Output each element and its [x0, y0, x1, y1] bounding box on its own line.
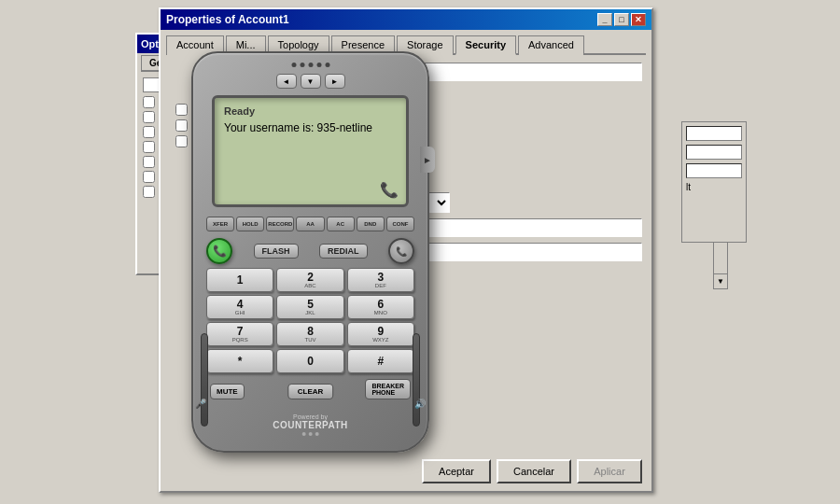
dot-3 — [308, 63, 313, 67]
phone-nav: ◄ ▼ ► — [276, 74, 345, 89]
checkbox-1[interactable] — [175, 104, 188, 116]
dot-1 — [291, 63, 296, 67]
checkbox-3[interactable] — [175, 135, 188, 147]
close-button[interactable]: ✕ — [631, 13, 646, 26]
options-check-7[interactable] — [143, 186, 155, 198]
func-dnd[interactable]: DND — [357, 217, 385, 231]
checkbox-2[interactable] — [175, 119, 188, 132]
speaker-icon: 🔊 — [414, 399, 426, 409]
digit-8[interactable]: 8 TUV — [276, 322, 343, 346]
redial-button[interactable]: REDIAL — [319, 244, 368, 259]
screen-message: Your username is: 935-netline — [224, 120, 397, 136]
options-check-2[interactable] — [143, 111, 155, 123]
brand-dot-3 — [315, 432, 319, 436]
func-ac[interactable]: AC — [327, 217, 355, 231]
mic-icon: 🎤 — [195, 399, 206, 409]
options-check-1[interactable] — [143, 96, 155, 108]
func-buttons-row: XFER HOLD RECORD AA AC DND CONF — [206, 217, 414, 231]
digit-9[interactable]: 9 WXYZ — [347, 322, 414, 346]
digit-star[interactable]: * — [206, 349, 273, 373]
right-input-3[interactable] — [686, 163, 742, 178]
dialog-buttons: Aceptar Cancelar Aplicar — [422, 459, 642, 483]
call-button-right[interactable]: 📞 — [388, 238, 414, 264]
digit-hash[interactable]: # — [347, 349, 414, 373]
digit-2[interactable]: 2 ABC — [276, 268, 343, 292]
digit-5[interactable]: 5 JKL — [276, 295, 343, 319]
options-check-4[interactable] — [143, 141, 155, 153]
digit-1[interactable]: 1 — [206, 268, 273, 292]
volume-slider-right[interactable] — [413, 333, 420, 427]
tab-security[interactable]: Security — [455, 35, 516, 55]
right-input-2[interactable] — [686, 145, 742, 160]
brand-dot-2 — [309, 432, 313, 436]
titlebar-buttons: _ □ ✕ — [597, 13, 646, 26]
phone-screen: Ready Your username is: 935-netline 📞 — [212, 95, 409, 207]
nav-down-btn[interactable]: ▼ — [301, 74, 321, 89]
digit-3[interactable]: 3 DEF — [347, 268, 414, 292]
scroll-down-btn[interactable]: ▼ — [714, 273, 727, 288]
func-hold[interactable]: HOLD — [236, 217, 264, 231]
maximize-button[interactable]: □ — [614, 13, 629, 26]
nav-left-btn[interactable]: ◄ — [276, 74, 297, 89]
clear-button[interactable]: CLEAR — [287, 384, 334, 399]
apply-button[interactable]: Aplicar — [577, 459, 642, 483]
func-aa[interactable]: AA — [296, 217, 324, 231]
flash-button[interactable]: FLASH — [254, 244, 299, 259]
func-conf[interactable]: CONF — [386, 217, 414, 231]
phone-overlay: ◄ ▼ ► Ready Your username is: 935-netlin… — [191, 51, 429, 453]
digit-0[interactable]: 0 — [276, 349, 343, 373]
digit-7[interactable]: 7 PQRS — [206, 322, 273, 346]
right-panel: lt — [681, 121, 747, 243]
screen-status: Ready — [224, 105, 397, 117]
func-record[interactable]: RECORD — [266, 217, 294, 231]
digit-4[interactable]: 4 GHI — [206, 295, 273, 319]
right-label-it: lt — [686, 182, 742, 192]
digit-grid: 1 2 ABC 3 DEF 4 GHI 5 JKL — [206, 268, 414, 373]
phone-right-arrow[interactable]: ► — [420, 147, 435, 173]
dialog-titlebar: Properties of Account1 _ □ ✕ — [161, 9, 651, 30]
options-check-5[interactable] — [143, 156, 155, 168]
minimize-button[interactable]: _ — [597, 13, 612, 26]
brand-name-text: COUNTERPATH — [273, 420, 348, 430]
brand-powered-text: Powered by — [273, 413, 348, 420]
tab-advanced[interactable]: Advanced — [518, 35, 584, 55]
right-input-1[interactable] — [686, 126, 742, 141]
speaker-dots — [291, 63, 329, 67]
digit-6[interactable]: 6 MNO — [347, 295, 414, 319]
screen-phone-icon: 📞 — [380, 181, 399, 199]
phone-dialpad: 📞 FLASH REDIAL 📞 1 2 ABC 3 DEF — [206, 238, 414, 376]
ok-button[interactable]: Aceptar — [422, 459, 491, 483]
dot-5 — [325, 63, 329, 67]
phone-brand: Powered by COUNTERPATH — [273, 413, 348, 436]
volume-slider-left[interactable] — [201, 333, 208, 427]
cancel-button[interactable]: Cancelar — [497, 459, 571, 483]
dialog-title: Properties of Account1 — [166, 13, 289, 26]
options-check-6[interactable] — [143, 171, 155, 183]
flash-redial-row: 📞 FLASH REDIAL 📞 — [206, 238, 414, 264]
call-button-green[interactable]: 📞 — [206, 238, 232, 264]
phone-body: ◄ ▼ ► Ready Your username is: 935-netlin… — [191, 51, 429, 453]
dot-4 — [316, 63, 321, 67]
options-check-3[interactable] — [143, 126, 155, 138]
dot-2 — [300, 63, 304, 67]
func-xfer[interactable]: XFER — [206, 217, 234, 231]
brand-dots — [273, 432, 348, 436]
speaker-button[interactable]: BREAKERPHONE — [365, 379, 411, 399]
brand-dot-1 — [302, 432, 306, 436]
mute-button[interactable]: MUTE — [210, 384, 245, 399]
nav-right-btn[interactable]: ► — [325, 74, 345, 89]
